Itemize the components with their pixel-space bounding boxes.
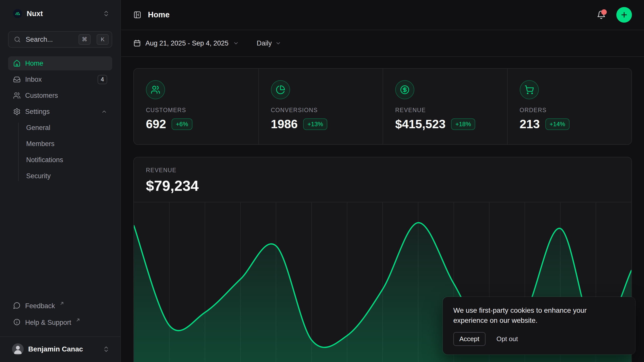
- sidebar-item-label: Inbox: [25, 76, 42, 83]
- stat-delta-badge: +13%: [303, 118, 327, 130]
- settings-subnav: General Members Notifications Security: [8, 121, 112, 183]
- cookie-actions: Accept Opt out: [453, 332, 625, 346]
- stat-label: ORDERS: [520, 107, 620, 114]
- workspace-name: Nuxt: [27, 10, 43, 18]
- accept-button[interactable]: Accept: [453, 332, 486, 346]
- users-icon: [13, 92, 21, 99]
- calendar-icon: [133, 39, 141, 47]
- shopping-cart-icon: [520, 80, 539, 99]
- user-menu[interactable]: Benjamin Canac: [8, 340, 112, 358]
- sidebar-item-home[interactable]: Home: [8, 56, 112, 70]
- kbd-k: K: [97, 34, 109, 45]
- stat-card-orders: ORDERS 213 +14%: [507, 69, 632, 144]
- stat-delta-badge: +6%: [172, 118, 192, 130]
- search-placeholder: Search...: [26, 36, 72, 43]
- granularity-value: Daily: [257, 39, 272, 47]
- cookie-banner: We use first-party cookies to enhance yo…: [443, 297, 635, 354]
- revenue-chart-value: $79,234: [146, 177, 619, 194]
- sidebar: Nuxt Search... ⌘ K Home: [0, 0, 121, 362]
- sidebar-footer-links: Feedback Help & Support: [8, 300, 112, 331]
- sidebar-nav: Home Inbox 4 Customers Settings: [8, 56, 112, 183]
- sidebar-user-section: Benjamin Canac: [0, 336, 120, 362]
- plus-icon: [620, 11, 628, 19]
- sidebar-collapse-button[interactable]: [133, 11, 141, 19]
- sidebar-item-security[interactable]: Security: [8, 169, 112, 183]
- user-name: Benjamin Canac: [28, 345, 83, 353]
- chevrons-up-down-icon: [103, 346, 110, 353]
- stat-card-conversions: CONVERSIONS 1986 +13%: [258, 69, 383, 144]
- workspace-switcher[interactable]: Nuxt: [8, 6, 112, 22]
- nuxt-logo-icon: [13, 9, 22, 18]
- date-range-value: Aug 21, 2025 - Sep 4, 2025: [145, 39, 228, 47]
- sidebar-item-label: Customers: [25, 92, 58, 100]
- info-circle-icon: [13, 318, 21, 326]
- notification-dot: [601, 9, 607, 15]
- header-actions: [597, 7, 632, 23]
- home-icon: [13, 60, 21, 67]
- circle-dollar-icon: [395, 80, 414, 99]
- granularity-select[interactable]: Daily: [255, 39, 283, 48]
- feedback-link[interactable]: Feedback: [8, 300, 112, 315]
- search-input[interactable]: Search... ⌘ K: [8, 31, 112, 48]
- chevron-down-icon: [275, 40, 281, 46]
- stat-delta-badge: +18%: [451, 118, 475, 130]
- sidebar-item-label: Home: [25, 60, 43, 67]
- chart-pie-icon: [271, 80, 290, 99]
- sidebar-item-inbox[interactable]: Inbox 4: [8, 72, 112, 86]
- gear-icon: [13, 108, 21, 115]
- inbox-count-badge: 4: [98, 75, 107, 84]
- users-icon: [146, 80, 165, 99]
- avatar: [12, 343, 24, 355]
- chevron-up-icon: [101, 109, 107, 115]
- kbd-cmd: ⌘: [78, 34, 91, 45]
- stat-value: 1986: [271, 117, 298, 131]
- stats-cards: CUSTOMERS 692 +6% CONVERSIONS 1986 +13%: [133, 68, 632, 145]
- stat-card-customers: CUSTOMERS 692 +6%: [134, 69, 258, 144]
- sidebar-item-label: Settings: [25, 108, 50, 116]
- stat-label: CONVERSIONS: [271, 107, 371, 114]
- stat-label: CUSTOMERS: [146, 107, 246, 114]
- revenue-chart-header: REVENUE $79,234: [134, 157, 631, 194]
- help-support-link[interactable]: Help & Support: [8, 316, 112, 331]
- page-title: Home: [148, 10, 170, 19]
- message-bubble-icon: [13, 302, 21, 309]
- stat-value: 692: [146, 117, 166, 131]
- date-range-picker[interactable]: Aug 21, 2025 - Sep 4, 2025: [133, 39, 239, 47]
- chevrons-up-down-icon: [103, 10, 110, 17]
- stat-card-revenue: REVENUE $415,523 +18%: [383, 69, 507, 144]
- sidebar-spacer: [0, 183, 120, 300]
- feedback-label: Feedback: [25, 302, 55, 310]
- help-support-label: Help & Support: [25, 318, 71, 327]
- sidebar-item-notifications[interactable]: Notifications: [8, 153, 112, 167]
- stat-label: REVENUE: [395, 107, 495, 114]
- sidebar-item-customers[interactable]: Customers: [8, 88, 112, 103]
- external-link-icon: [76, 318, 80, 322]
- stat-value: $415,523: [395, 117, 446, 131]
- chevron-down-icon: [233, 40, 239, 46]
- page-header: Home: [121, 0, 644, 30]
- external-link-icon: [60, 301, 64, 306]
- app-screen: Nuxt Search... ⌘ K Home: [0, 0, 644, 362]
- sidebar-item-general[interactable]: General: [8, 121, 112, 135]
- inbox-icon: [13, 76, 21, 83]
- sidebar-item-members[interactable]: Members: [8, 137, 112, 151]
- stat-value: 213: [520, 117, 540, 131]
- cookie-message: We use first-party cookies to enhance yo…: [453, 305, 612, 326]
- filters-toolbar: Aug 21, 2025 - Sep 4, 2025 Daily: [121, 30, 644, 57]
- stat-delta-badge: +14%: [545, 118, 570, 130]
- revenue-chart-label: REVENUE: [146, 167, 619, 174]
- add-button[interactable]: [616, 7, 632, 23]
- search-icon: [14, 36, 21, 43]
- opt-out-button[interactable]: Opt out: [497, 335, 518, 343]
- sidebar-item-settings[interactable]: Settings: [8, 105, 112, 119]
- notifications-button[interactable]: [597, 10, 606, 19]
